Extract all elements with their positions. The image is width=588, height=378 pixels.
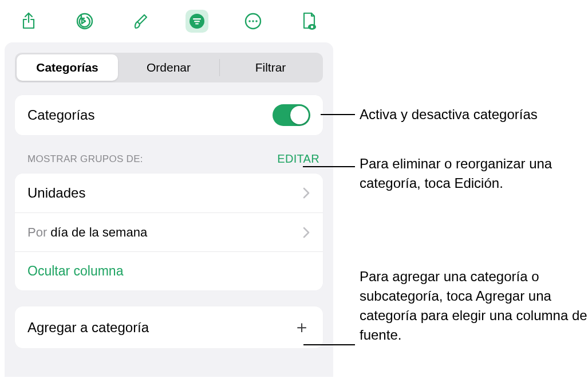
categories-toggle-row: Categorías (15, 95, 323, 135)
add-category-card: Agregar a categoría ＋ (15, 306, 323, 348)
groups-header-label: MOSTRAR GRUPOS DE: (27, 153, 143, 165)
groups-section-header: MOSTRAR GRUPOS DE: EDITAR (15, 135, 323, 171)
tab-label: Categorías (36, 61, 98, 74)
group-row-label: Por día de la semana (27, 225, 302, 240)
hide-column-label: Ocultar columna (27, 263, 310, 279)
add-category-label: Agregar a categoría (27, 320, 293, 336)
callout-add: Para agregar una categoría o subcategorí… (360, 267, 588, 345)
svg-rect-2 (193, 18, 201, 19)
categories-toggle[interactable] (273, 104, 310, 126)
tab-categories[interactable]: Categorías (17, 54, 118, 81)
groups-card: Unidades Por día de la semana Ocultar co… (15, 174, 323, 290)
toggle-knob (290, 106, 309, 124)
callouts-area: Activa y desactiva categorías Para elimi… (338, 0, 588, 378)
settings-panel: Categorías Ordenar Filtrar Categorías MO… (0, 0, 338, 378)
edit-button[interactable]: EDITAR (277, 152, 319, 166)
chevron-right-icon (302, 187, 310, 199)
svg-point-7 (252, 20, 254, 22)
categories-toggle-card: Categorías (15, 95, 323, 135)
tab-filter[interactable]: Filtrar (220, 54, 321, 81)
tab-label: Filtrar (255, 61, 286, 74)
svg-point-6 (248, 20, 251, 22)
organize-icon[interactable] (186, 10, 208, 33)
chevron-right-icon (302, 226, 310, 239)
svg-point-8 (255, 20, 258, 22)
svg-point-10 (311, 26, 313, 28)
tab-label: Ordenar (147, 61, 191, 74)
segmented-control: Categorías Ordenar Filtrar (15, 53, 323, 82)
toolbar (0, 0, 338, 42)
document-preview-icon[interactable] (298, 10, 321, 33)
callout-line (303, 166, 355, 167)
svg-rect-3 (194, 21, 200, 22)
callout-line (321, 114, 355, 115)
tab-sort[interactable]: Ordenar (118, 54, 219, 81)
callout-edit: Para eliminar o reorganizar una categorí… (360, 154, 588, 193)
hide-column-row[interactable]: Ocultar columna (15, 251, 323, 290)
group-row-weekday[interactable]: Por día de la semana (15, 212, 323, 251)
undo-icon[interactable] (73, 10, 96, 33)
svg-rect-4 (195, 23, 199, 24)
callout-line (303, 344, 355, 345)
brush-icon[interactable] (129, 10, 152, 33)
categories-label: Categorías (27, 107, 273, 123)
add-category-row[interactable]: Agregar a categoría ＋ (15, 306, 323, 348)
share-icon[interactable] (17, 10, 40, 33)
more-icon[interactable] (242, 10, 265, 33)
callout-toggle: Activa y desactiva categorías (360, 105, 538, 124)
panel-body: Categorías Ordenar Filtrar Categorías MO… (5, 42, 333, 377)
plus-icon: ＋ (293, 316, 310, 339)
group-row-label: Unidades (27, 185, 302, 201)
group-row-unidades[interactable]: Unidades (15, 174, 323, 212)
